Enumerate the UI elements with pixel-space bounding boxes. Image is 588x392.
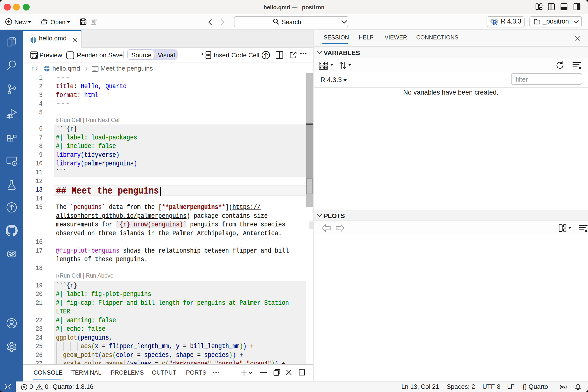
svg-text:R: R <box>492 19 497 25</box>
